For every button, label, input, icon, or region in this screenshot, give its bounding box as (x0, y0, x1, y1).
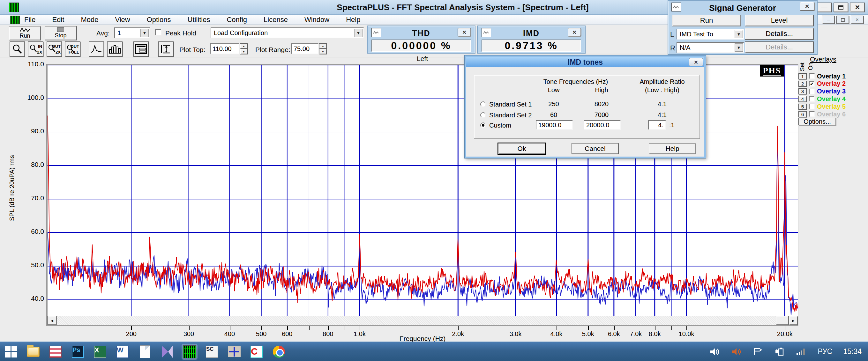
plot-range-spinner[interactable]: ▲▼ (319, 43, 327, 54)
overlay-set-button-1[interactable]: 1 (799, 73, 807, 79)
power-icon[interactable] (774, 347, 785, 357)
generator-run-button[interactable]: Run (672, 15, 741, 26)
zoom-out-2x-button[interactable]: OUT2X (46, 41, 62, 57)
chevron-down-icon[interactable]: ▼ (354, 29, 363, 37)
taskbar-icon-c-app[interactable]: C (250, 346, 263, 358)
spin-up-icon[interactable]: ▲ (240, 43, 248, 49)
wave-out-icon[interactable] (732, 347, 742, 356)
overlay-row: 3Overlay 3 (799, 88, 846, 95)
network-icon[interactable] (796, 348, 807, 356)
flag-icon[interactable] (753, 347, 763, 356)
custom-ratio-input[interactable]: 4. (648, 120, 666, 130)
spin-down-icon[interactable]: ▼ (319, 49, 327, 54)
menu-window[interactable]: Window (303, 15, 331, 24)
volume-icon[interactable] (710, 347, 720, 356)
taskbar-icon-chrome[interactable] (273, 346, 285, 358)
taskbar-icon-photoshop[interactable]: Ps (71, 346, 84, 358)
spin-down-icon[interactable]: ▼ (240, 49, 248, 54)
overlay-on-checkbox-5[interactable] (809, 104, 815, 109)
stop-button[interactable]: Stop (45, 26, 76, 40)
close-icon[interactable]: ✕ (458, 28, 471, 36)
dialog-title-bar[interactable]: IMD tones (466, 57, 704, 67)
taskbar-icon-audio-editor[interactable] (228, 346, 241, 358)
plot-top-spinner[interactable]: ▲▼ (240, 43, 248, 54)
menu-utilities[interactable]: Utilities (186, 15, 212, 24)
custom-high-input[interactable]: 20000.0 (584, 120, 621, 130)
plot-scrollbar[interactable]: ◄ ► (48, 316, 798, 325)
taskbar-icon-spectraplus[interactable] (183, 346, 196, 358)
scrollbar-thumb[interactable] (776, 316, 788, 325)
display-options-button[interactable] (133, 41, 149, 57)
overlay-set-button-2[interactable]: 2 (799, 81, 807, 87)
close-button[interactable]: ✕ (850, 3, 865, 12)
maximize-button[interactable] (834, 3, 848, 12)
zoom-out-full-button[interactable]: OUTFULL (65, 41, 81, 57)
overlay-on-checkbox-3[interactable] (809, 89, 815, 94)
zoom-button[interactable] (9, 41, 25, 57)
overlay-on-checkbox-4[interactable] (809, 96, 815, 102)
run-button[interactable]: Run (9, 26, 41, 40)
spectrum-curve-button[interactable] (89, 41, 104, 57)
cancel-button[interactable]: Cancel (571, 143, 619, 154)
custom-low-input[interactable]: 19000.0 (536, 120, 573, 130)
overlay-set-button-5[interactable]: 5 (799, 104, 807, 110)
clock[interactable]: 15:34 (843, 347, 862, 356)
scroll-left-icon[interactable]: ◄ (48, 316, 57, 325)
mdi-restore-button[interactable] (836, 15, 849, 24)
close-icon[interactable]: ✕ (800, 2, 814, 11)
close-icon[interactable]: ✕ (568, 28, 581, 36)
zoom-in-2x-button[interactable]: IN2X (28, 41, 43, 57)
menu-edit[interactable]: Edit (51, 15, 65, 24)
taskbar-icon-word[interactable]: W (116, 346, 129, 358)
taskbar-icon-kmplayer[interactable] (161, 346, 174, 358)
menu-license[interactable]: License (262, 15, 289, 24)
overlay-set-button-6[interactable]: 6 (799, 111, 807, 117)
plot-top-range-button[interactable] (158, 41, 174, 57)
peak-hold-checkbox[interactable] (155, 29, 161, 35)
menu-help[interactable]: Help (345, 15, 362, 24)
close-icon[interactable]: ✕ (689, 58, 703, 66)
menu-file[interactable]: File (23, 15, 37, 24)
language-indicator[interactable]: РУС (817, 347, 832, 356)
plot-range-input[interactable]: 75.00 (291, 43, 318, 54)
left-signal-combo[interactable]: IMD Test To ▼ (677, 29, 744, 39)
taskbar-icon-explorer[interactable] (27, 346, 39, 358)
configuration-combo[interactable]: Load Configuration ▼ (211, 27, 364, 38)
mdi-close-button[interactable]: × (851, 15, 864, 24)
taskbar-icon-floppy[interactable] (49, 346, 62, 358)
overlay-on-checkbox-2[interactable]: ✔ (809, 81, 815, 87)
avg-combo[interactable]: 1 ▼ (114, 27, 150, 38)
bar-display-button[interactable] (107, 41, 123, 57)
scroll-right-icon[interactable]: ► (789, 316, 798, 325)
taskbar-icon-sc-app[interactable]: SC (206, 346, 218, 358)
taskbar-icon-excel[interactable]: X (94, 346, 106, 358)
taskbar-icon-start[interactable] (4, 346, 17, 358)
ok-button[interactable]: Ok (498, 143, 546, 154)
right-signal-combo[interactable]: N/A ▼ (677, 42, 744, 53)
overlay-set-button-4[interactable]: 4 (799, 96, 807, 102)
spin-up-icon[interactable]: ▲ (319, 43, 327, 49)
chevron-down-icon[interactable]: ▼ (735, 43, 743, 52)
freq-header: Tone Frequencies (Hz) (536, 78, 616, 86)
left-details-button[interactable]: Details... (745, 28, 814, 39)
help-button[interactable]: Help (649, 143, 696, 154)
taskbar-icon-document[interactable] (138, 346, 151, 358)
overlay-set-button-3[interactable]: 3 (799, 88, 807, 94)
x-axis-label: 600 (273, 330, 302, 338)
radio-3[interactable] (480, 123, 486, 128)
mdi-minimize-button[interactable]: – (822, 15, 835, 24)
chevron-down-icon[interactable]: ▼ (141, 29, 149, 37)
chevron-down-icon[interactable]: ▼ (735, 30, 743, 38)
overlay-on-checkbox-6[interactable] (809, 111, 815, 117)
plot-top-input[interactable]: 110.00 (210, 43, 239, 54)
minimize-button[interactable]: — (817, 3, 832, 12)
menu-config[interactable]: Config (225, 15, 248, 24)
generator-level-button[interactable]: Level (745, 15, 814, 26)
menu-options[interactable]: Options (146, 15, 172, 24)
menu-view[interactable]: View (114, 15, 131, 24)
menu-mode[interactable]: Mode (80, 15, 99, 24)
radio-2[interactable] (480, 112, 486, 118)
radio-1[interactable] (480, 101, 486, 107)
overlays-options-button[interactable]: Options... (799, 118, 836, 125)
overlay-on-checkbox-1[interactable] (809, 73, 815, 79)
